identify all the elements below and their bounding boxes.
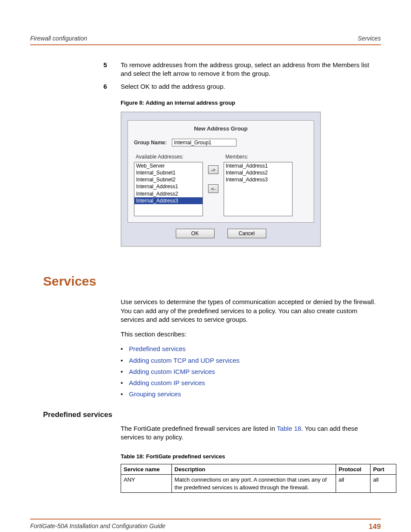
cell-description: Match connections on any port. A connect… [172,475,336,493]
cell-service-name: ANY [121,475,172,493]
th-service-name: Service name [121,464,172,475]
header-left: Firewall configuration [30,34,87,43]
predefined-services-table: Service name Description Protocol Port A… [121,464,396,493]
link-grouping-services[interactable]: Grouping services [129,390,181,398]
table-caption: Table 18: FortiGate predefined services [121,453,381,460]
available-label: Available Addresses: [136,153,203,160]
group-name-label: Group Name: [134,139,167,146]
list-item[interactable]: Internal_Address1 [224,162,292,169]
table-row: ANY Match connections on any port. A con… [121,475,396,493]
list-item[interactable]: Internal_Subnet2 [134,176,202,183]
members-listbox[interactable]: Internal_Address1 Internal_Address2 Inte… [224,162,293,216]
text-span: The FortiGate predefined firewall servic… [121,425,277,432]
step-list: 5 To remove addresses from the address g… [103,61,381,91]
list-item[interactable]: Internal_Address3 [224,176,292,183]
list-item-selected[interactable]: Internal_Address3 [134,197,202,204]
move-left-button[interactable]: <- [208,184,218,193]
step-text: To remove addresses from the address gro… [121,61,381,78]
th-description: Description [172,464,336,475]
footer-guide-title: FortiGate-50A Installation and Configura… [30,522,165,532]
table-header-row: Service name Description Protocol Port [121,464,396,475]
available-column: Available Addresses: Web_Server Internal… [134,153,203,216]
list-item[interactable]: Internal_Subnet1 [134,169,202,176]
link-list: Predefined services Adding custom TCP an… [121,345,381,398]
dialog-title: New Address Group [134,125,308,133]
move-right-button[interactable]: -> [208,165,218,174]
dialog-outer: New Address Group Group Name: Available … [121,112,321,247]
list-item[interactable]: Internal_Address2 [224,169,292,176]
list-item[interactable]: Internal_Address2 [134,190,202,197]
dialog-inner: New Address Group Group Name: Available … [128,120,314,223]
page-footer: FortiGate-50A Installation and Configura… [30,519,381,532]
group-name-row: Group Name: [134,139,308,146]
arrow-column: -> <- [208,153,218,193]
step-number: 5 [103,61,121,78]
footer-page-number: 149 [369,522,381,532]
step-number: 6 [103,82,121,91]
step-item: 5 To remove addresses from the address g… [103,61,381,78]
ok-button[interactable]: OK [176,229,215,238]
lists-row: Available Addresses: Web_Server Internal… [134,153,308,216]
dialog-button-row: OK Cancel [128,229,314,238]
paragraph: Use services to determine the types of c… [121,298,381,324]
cancel-button[interactable]: Cancel [227,229,266,238]
list-item[interactable]: Web_Server [134,162,202,169]
th-port: Port [371,464,396,475]
section-title-services: Services [43,273,381,290]
available-listbox[interactable]: Web_Server Internal_Subnet1 Internal_Sub… [134,162,203,216]
th-protocol: Protocol [336,464,371,475]
subsection-title-predefined: Predefined services [43,410,381,420]
group-name-input[interactable] [172,139,237,146]
paragraph: This section describes: [121,330,381,339]
figure-caption: Figure 8: Adding an internal address gro… [121,99,381,107]
page-header: Firewall configuration Services [30,34,381,45]
header-right: Services [358,34,381,43]
step-item: 6 Select OK to add the address group. [103,82,381,91]
link-custom-icmp[interactable]: Adding custom ICMP services [129,368,215,375]
step-text: Select OK to add the address group. [121,82,381,91]
cell-protocol: all [336,475,371,493]
members-column: Members: Internal_Address1 Internal_Addr… [224,153,293,216]
members-label: Members: [225,153,293,160]
link-custom-ip[interactable]: Adding custom IP services [129,379,205,386]
link-table-18[interactable]: Table 18 [277,425,301,432]
link-custom-tcp-udp[interactable]: Adding custom TCP and UDP services [129,357,240,364]
list-item[interactable]: Internal_Address1 [134,183,202,190]
cell-port: all [371,475,396,493]
link-predefined-services[interactable]: Predefined services [129,345,186,352]
paragraph: The FortiGate predefined firewall servic… [121,424,381,442]
